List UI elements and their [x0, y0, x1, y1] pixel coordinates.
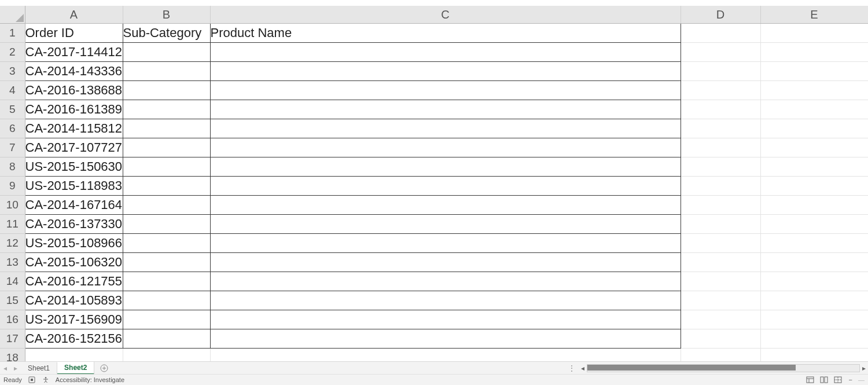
row-header-8[interactable]: 8 [0, 157, 25, 177]
cell-C10[interactable] [210, 196, 681, 215]
cell-B11[interactable] [123, 215, 210, 234]
view-page-break-button[interactable] [833, 376, 843, 384]
row-header-15[interactable]: 15 [0, 291, 25, 310]
row-header-6[interactable]: 6 [0, 119, 25, 138]
sheet-nav-prev-button[interactable]: ◂ [0, 364, 10, 372]
cell-C11[interactable] [210, 215, 681, 234]
cell-E11[interactable] [760, 215, 868, 234]
cell-D17[interactable] [681, 329, 760, 349]
cell-B6[interactable] [123, 119, 210, 138]
cell-B2[interactable] [123, 43, 210, 62]
cell-C7[interactable] [210, 138, 681, 157]
cell-A9[interactable]: US-2015-118983 [25, 177, 123, 196]
column-header-d[interactable]: D [681, 6, 760, 24]
cell-A11[interactable]: CA-2016-137330 [25, 215, 123, 234]
cell-B5[interactable] [123, 100, 210, 119]
cell-B14[interactable] [123, 272, 210, 291]
accessibility-icon[interactable] [42, 376, 50, 384]
cell-E8[interactable] [760, 157, 868, 177]
view-page-layout-button[interactable] [819, 376, 829, 384]
cell-A7[interactable]: CA-2017-107727 [25, 138, 123, 157]
cell-D14[interactable] [681, 272, 760, 291]
row-header-5[interactable]: 5 [0, 100, 25, 119]
cell-C12[interactable] [210, 234, 681, 253]
accessibility-status-label[interactable]: Accessibility: Investigate [56, 376, 124, 383]
new-sheet-button[interactable] [98, 363, 111, 373]
cell-E7[interactable] [760, 138, 868, 157]
cell-D8[interactable] [681, 157, 760, 177]
cell-B4[interactable] [123, 81, 210, 100]
cell-E6[interactable] [760, 119, 868, 138]
cell-A13[interactable]: CA-2015-106320 [25, 253, 123, 272]
sheet-tab-sheet2[interactable]: Sheet2 [57, 362, 94, 375]
cell-C17[interactable] [210, 329, 681, 349]
cell-A8[interactable]: US-2015-150630 [25, 157, 123, 177]
cell-D12[interactable] [681, 234, 760, 253]
cell-A14[interactable]: CA-2016-121755 [25, 272, 123, 291]
hscroll-thumb[interactable] [587, 365, 796, 371]
cell-C15[interactable] [210, 291, 681, 310]
column-header-b[interactable]: B [123, 6, 210, 24]
cell-A12[interactable]: US-2015-108966 [25, 234, 123, 253]
cell-B17[interactable] [123, 329, 210, 349]
cell-E9[interactable] [760, 177, 868, 196]
cell-E16[interactable] [760, 310, 868, 329]
select-all-corner[interactable] [0, 6, 25, 24]
cell-A4[interactable]: CA-2016-138688 [25, 81, 123, 100]
row-header-13[interactable]: 13 [0, 253, 25, 272]
cell-C6[interactable] [210, 119, 681, 138]
cell-C2[interactable] [210, 43, 681, 62]
row-header-14[interactable]: 14 [0, 272, 25, 291]
cell-C9[interactable] [210, 177, 681, 196]
row-header-12[interactable]: 12 [0, 234, 25, 253]
cell-D5[interactable] [681, 100, 760, 119]
row-header-9[interactable]: 9 [0, 177, 25, 196]
cell-D4[interactable] [681, 81, 760, 100]
zoom-out-button[interactable]: − [847, 376, 855, 383]
cell-B10[interactable] [123, 196, 210, 215]
sheet-tab-sheet1[interactable]: Sheet1 [21, 362, 57, 374]
column-header-e[interactable]: E [760, 6, 868, 24]
cell-D15[interactable] [681, 291, 760, 310]
cell-D16[interactable] [681, 310, 760, 329]
row-header-2[interactable]: 2 [0, 43, 25, 62]
cell-E14[interactable] [760, 272, 868, 291]
cell-D9[interactable] [681, 177, 760, 196]
row-header-7[interactable]: 7 [0, 138, 25, 157]
hscroll-track[interactable] [587, 364, 860, 372]
cell-B9[interactable] [123, 177, 210, 196]
sheet-nav-next-button[interactable]: ▸ [10, 364, 21, 372]
cell-A15[interactable]: CA-2014-105893 [25, 291, 123, 310]
cell-C1[interactable]: Product Name [210, 24, 681, 43]
row-header-4[interactable]: 4 [0, 81, 25, 100]
cell-D11[interactable] [681, 215, 760, 234]
cell-A10[interactable]: CA-2014-167164 [25, 196, 123, 215]
cell-D7[interactable] [681, 138, 760, 157]
cell-A3[interactable]: CA-2014-143336 [25, 62, 123, 81]
hscroll-left-button[interactable]: ◂ [579, 364, 587, 372]
cell-B8[interactable] [123, 157, 210, 177]
cell-E5[interactable] [760, 100, 868, 119]
cell-C5[interactable] [210, 100, 681, 119]
cell-D13[interactable] [681, 253, 760, 272]
cell-D10[interactable] [681, 196, 760, 215]
cell-A16[interactable]: US-2017-156909 [25, 310, 123, 329]
cell-E15[interactable] [760, 291, 868, 310]
cell-E10[interactable] [760, 196, 868, 215]
cell-B16[interactable] [123, 310, 210, 329]
macro-record-icon[interactable] [28, 376, 36, 384]
cell-C16[interactable] [210, 310, 681, 329]
row-header-16[interactable]: 16 [0, 310, 25, 329]
cell-A2[interactable]: CA-2017-114412 [25, 43, 123, 62]
hscroll-right-button[interactable]: ▸ [860, 364, 868, 372]
row-header-10[interactable]: 10 [0, 196, 25, 215]
cell-D3[interactable] [681, 62, 760, 81]
row-header-3[interactable]: 3 [0, 62, 25, 81]
row-header-1[interactable]: 1 [0, 24, 25, 43]
cell-D6[interactable] [681, 119, 760, 138]
cell-B15[interactable] [123, 291, 210, 310]
row-header-17[interactable]: 17 [0, 329, 25, 349]
cell-E1[interactable] [760, 24, 868, 43]
cell-B13[interactable] [123, 253, 210, 272]
cell-A6[interactable]: CA-2014-115812 [25, 119, 123, 138]
